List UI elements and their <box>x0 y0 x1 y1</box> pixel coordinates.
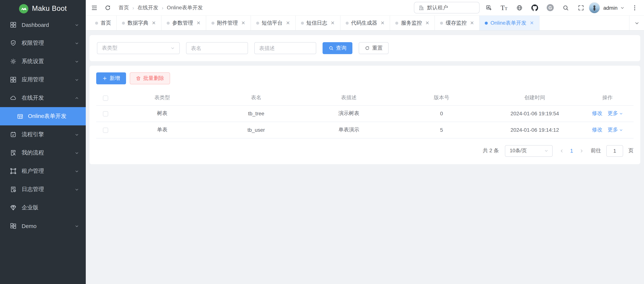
tab-cache-monitor[interactable]: 缓存监控 ✕ <box>435 16 480 30</box>
breadcrumb-online-dev[interactable]: 在线开发 <box>138 4 158 11</box>
translate-button[interactable] <box>485 4 492 11</box>
batch-delete-button[interactable]: 批量删除 <box>130 72 170 84</box>
column-header-actions: 操作 <box>581 90 634 105</box>
breadcrumb-current: Online表单开发 <box>167 4 203 11</box>
edit-link[interactable]: 修改 <box>592 127 602 133</box>
maku-logo-icon <box>19 4 28 13</box>
gitee-link[interactable]: G <box>547 4 554 11</box>
sidebar-item-my-workflow[interactable]: 我的流程 <box>0 144 86 162</box>
more-link[interactable]: 更多 <box>608 110 623 117</box>
sidebar-fold-button[interactable] <box>91 4 98 11</box>
table-type-select[interactable]: 表类型 <box>97 42 180 54</box>
goto-page-input[interactable] <box>606 145 623 157</box>
main-area: 首页 › 在线开发 › Online表单开发 默认租户 TT <box>86 0 644 284</box>
pager: 1 <box>559 148 584 154</box>
sidebar-item-app-management[interactable]: 应用管理 <box>0 71 86 89</box>
menu-fold-icon <box>91 4 98 11</box>
sidebar-item-tenant-management[interactable]: 租户管理 <box>0 162 86 180</box>
close-icon[interactable]: ✕ <box>152 21 156 25</box>
font-size-button[interactable]: TT <box>500 4 508 11</box>
tab-code-generator[interactable]: 代码生成器 ✕ <box>340 16 390 30</box>
more-link[interactable]: 更多 <box>608 127 623 133</box>
topbar-actions: TT G <box>485 4 584 11</box>
sidebar-item-online-dev[interactable]: 在线开发 <box>0 89 86 107</box>
close-icon[interactable]: ✕ <box>530 21 534 25</box>
column-header-desc: 表描述 <box>303 90 395 105</box>
edit-link[interactable]: 修改 <box>592 110 602 117</box>
sidebar-item-dashboard[interactable]: Dashboard <box>0 16 86 34</box>
add-button[interactable]: 新增 <box>96 72 126 84</box>
select-all-checkbox[interactable] <box>103 96 108 101</box>
tab-attachment-mgmt[interactable]: 附件管理 ✕ <box>206 16 251 30</box>
tab-home[interactable]: 首页 <box>90 16 117 30</box>
tab-sms-platform[interactable]: 短信平台 ✕ <box>251 16 296 30</box>
filter-panel: 表类型 查询 重置 <box>90 35 640 61</box>
table-name-input[interactable] <box>186 42 248 54</box>
table-desc-input[interactable] <box>254 42 316 54</box>
tab-param-mgmt[interactable]: 参数管理 ✕ <box>162 16 206 30</box>
reset-button[interactable]: 重置 <box>359 42 388 54</box>
tab-sms-log[interactable]: 短信日志 ✕ <box>296 16 340 30</box>
column-header-created: 创建时间 <box>488 90 581 105</box>
sidebar-item-permissions[interactable]: 权限管理 <box>0 34 86 52</box>
breadcrumb-home[interactable]: 首页 <box>118 4 129 11</box>
close-icon[interactable]: ✕ <box>380 21 385 25</box>
sidebar-item-log-management[interactable]: 日志管理 <box>0 180 86 198</box>
page-number-current[interactable]: 1 <box>570 148 573 154</box>
settings-kebab-button[interactable] <box>631 4 638 11</box>
close-icon[interactable]: ✕ <box>470 21 474 25</box>
tab-label: 缓存监控 <box>446 20 467 26</box>
close-icon[interactable]: ✕ <box>286 21 290 25</box>
data-table: 表类型 表名 表描述 版本号 创建时间 操作 树表 tb_tree <box>96 90 634 138</box>
close-icon[interactable]: ✕ <box>241 21 245 25</box>
app-root: Maku Boot Dashboard 权限管理 系统设置 应用管理 <box>0 0 644 284</box>
close-icon[interactable]: ✕ <box>196 21 200 25</box>
prev-page-button[interactable] <box>559 148 564 153</box>
tab-dot <box>95 22 98 25</box>
user-menu[interactable]: admin <box>603 5 624 11</box>
chevron-down-icon <box>74 132 79 137</box>
refresh-button[interactable] <box>104 4 111 11</box>
next-page-button[interactable] <box>579 148 584 153</box>
language-button[interactable] <box>516 4 523 11</box>
close-icon[interactable]: ✕ <box>330 21 335 25</box>
avatar[interactable] <box>589 2 600 13</box>
building-icon <box>418 5 424 11</box>
github-link[interactable] <box>532 4 538 11</box>
sidebar-item-workflow-engine[interactable]: 流程引擎 <box>0 125 86 144</box>
search-button[interactable] <box>562 4 569 11</box>
tab-service-monitor[interactable]: 服务监控 ✕ <box>390 16 435 30</box>
tab-data-dict[interactable]: 数据字典 ✕ <box>117 16 162 30</box>
sidebar-item-label: 应用管理 <box>22 76 44 83</box>
app-logo[interactable]: Maku Boot <box>0 0 86 15</box>
search-button-label: 查询 <box>336 45 346 52</box>
tenant-select[interactable]: 默认租户 <box>414 2 479 14</box>
chevron-down-icon <box>74 59 79 64</box>
close-icon[interactable]: ✕ <box>425 21 430 25</box>
chevron-down-icon <box>634 20 639 26</box>
cell-desc: 单表演示 <box>303 122 395 138</box>
tab-online-form-dev[interactable]: Online表单开发 ✕ <box>480 16 540 30</box>
chevron-down-icon <box>170 46 175 50</box>
page-unit-label: 页 <box>628 147 634 154</box>
cell-created: 2024-01-06 19:14:12 <box>488 122 581 138</box>
search-button-main[interactable]: 查询 <box>322 42 352 54</box>
sidebar-item-system-settings[interactable]: 系统设置 <box>0 52 86 71</box>
fullscreen-button[interactable] <box>578 4 584 11</box>
sidebar-item-enterprise[interactable]: 企业版 <box>0 198 86 217</box>
sidebar-item-demo[interactable]: Demo <box>0 217 86 235</box>
sidebar-item-label: Demo <box>22 223 36 229</box>
breadcrumb-separator: › <box>132 5 134 11</box>
row-checkbox[interactable] <box>103 111 108 116</box>
tab-dot <box>485 22 488 25</box>
table-type-select-placeholder: 表类型 <box>102 45 118 52</box>
gitee-icon: G <box>548 5 552 10</box>
table-header-row: 表类型 表名 表描述 版本号 创建时间 操作 <box>96 90 634 105</box>
cell-name: tb_user <box>210 122 303 138</box>
row-checkbox[interactable] <box>103 128 108 133</box>
column-header-version: 版本号 <box>395 90 488 105</box>
tab-dropdown-button[interactable] <box>629 16 644 30</box>
page-size-select[interactable]: 10条/页 <box>505 145 553 157</box>
table-panel: 新增 批量删除 表类型 表名 <box>90 66 640 164</box>
sidebar-subitem-online-form-dev[interactable]: Online表单开发 <box>0 107 86 125</box>
